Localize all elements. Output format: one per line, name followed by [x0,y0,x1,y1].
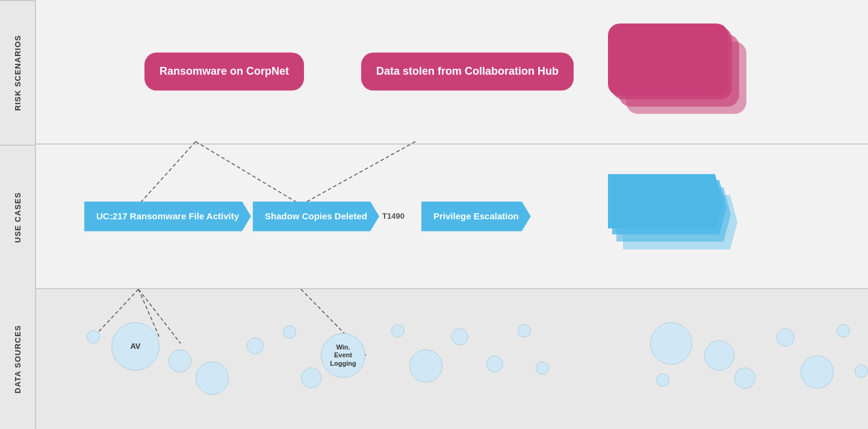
ds-circle-6 [301,368,321,388]
svg-line-1 [196,142,301,205]
ds-circle-13 [650,322,692,365]
ds-circle-19 [837,324,850,337]
main-container: RISK SCENARIOS USE CASES DATA SOURCES Ra… [0,0,868,429]
ds-circle-8 [409,349,442,383]
risk-node-data-stolen[interactable]: Data stolen from Collaboration Hub [361,52,574,90]
uc-tag-2: T1490 [382,212,405,221]
svg-line-0 [138,142,196,205]
use-cases-row: UC:217 Ransomware File Activity T1486 Sh… [36,145,868,289]
ds-circle-wel: Win. Event Logging [321,333,365,378]
risk-scenarios-row: Ransomware on CorpNet Data stolen from C… [36,0,868,145]
ds-circle-11 [518,324,531,337]
content-area: Ransomware on CorpNet Data stolen from C… [36,0,868,429]
uc-node-stack [608,174,740,258]
data-sources-row: AV Win. Event Logging [36,289,868,429]
ds-circle-14 [704,340,734,371]
risk-node-stack [608,23,740,120]
ds-lines-svg [36,289,868,429]
uc-item-2: Shadow Copies Deleted T1490 [253,201,420,231]
label-use-cases: USE CASES [0,145,35,289]
ds-circle-16 [656,374,669,387]
ds-circle-20 [855,365,868,378]
ds-circle-3 [196,362,229,395]
uc-node-ransomware[interactable]: UC:217 Ransomware File Activity [84,201,251,231]
ds-circle-10 [486,355,503,372]
uc-node-privilege[interactable]: Privilege Escalation [421,201,531,231]
risk-node-ransomware[interactable]: Ransomware on CorpNet [144,52,304,90]
ds-circle-2 [169,349,191,372]
ds-circle-5 [283,325,296,339]
ds-circle-18 [801,355,834,389]
uc-item-3: Privilege Escalation [421,201,531,231]
label-data-sources: DATA SOURCES [0,289,35,429]
ds-circle-12 [536,362,549,375]
uc-node-shadow[interactable]: Shadow Copies Deleted [253,201,379,231]
ds-circle-7 [391,324,405,337]
label-risk-scenarios: RISK SCENARIOS [0,0,35,145]
ds-circle-1 [87,330,100,343]
svg-line-2 [301,142,415,205]
ds-circle-4 [247,337,264,354]
ds-circle-av: AV [111,322,160,371]
row-labels: RISK SCENARIOS USE CASES DATA SOURCES [0,0,36,429]
ds-circle-9 [451,328,468,345]
ds-circle-15 [734,368,755,389]
ds-circle-17 [777,328,795,346]
